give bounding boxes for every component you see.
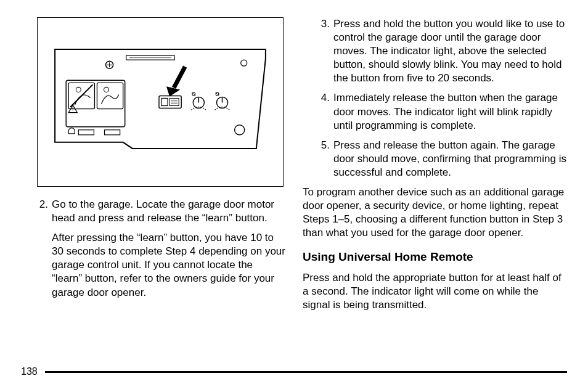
step-5-text: Press and release the button again. The … — [333, 139, 567, 179]
page-number: 138 — [21, 365, 45, 378]
step-2-text: Go to the garage. Locate the garage door… — [52, 198, 285, 225]
dial-1 — [191, 92, 206, 110]
right-column: 3. Press and hold the button you would l… — [303, 17, 567, 362]
step-3: 3. Press and hold the button you would l… — [303, 17, 567, 85]
usage-paragraph: Press and hold the appropriate button fo… — [303, 271, 567, 312]
step-2-number: 2. — [37, 198, 52, 300]
step-4-number: 4. — [319, 91, 333, 132]
garage-motor-diagram — [37, 17, 284, 187]
step-2-sub: After pressing the “learn” button, you h… — [52, 231, 285, 299]
page-footer: 138 — [21, 365, 567, 378]
step-5-number: 5. — [319, 139, 333, 179]
svg-point-9 — [104, 87, 109, 92]
step-2-body: Go to the garage. Locate the garage door… — [52, 198, 285, 300]
section-heading: Using Universal Home Remote — [303, 250, 567, 265]
svg-rect-4 — [66, 80, 125, 126]
garage-motor-illustration — [43, 23, 278, 181]
svg-rect-10 — [78, 130, 94, 135]
step-2: 2. Go to the garage. Locate the garage d… — [21, 198, 285, 300]
svg-rect-15 — [161, 98, 168, 105]
svg-line-12 — [174, 67, 185, 88]
step-5: 5. Press and release the button again. T… — [303, 139, 567, 179]
arrow-icon — [166, 67, 185, 96]
page-content: 2. Go to the garage. Locate the garage d… — [21, 17, 567, 362]
svg-marker-13 — [166, 86, 180, 96]
svg-rect-11 — [105, 130, 120, 135]
step-3-text: Press and hold the button you would like… — [333, 17, 567, 85]
step-3-number: 3. — [319, 17, 333, 85]
svg-rect-14 — [159, 96, 181, 108]
svg-point-28 — [235, 125, 245, 135]
footer-rule — [45, 371, 567, 373]
closing-paragraph: To program another device such as an add… — [303, 186, 567, 240]
svg-point-7 — [76, 87, 81, 92]
step-4: 4. Immediately release the button when t… — [303, 91, 567, 132]
left-column: 2. Go to the garage. Locate the garage d… — [21, 17, 285, 362]
svg-point-3 — [241, 60, 247, 66]
dial-2 — [214, 92, 229, 110]
step-4-text: Immediately release the button when the … — [333, 91, 567, 132]
